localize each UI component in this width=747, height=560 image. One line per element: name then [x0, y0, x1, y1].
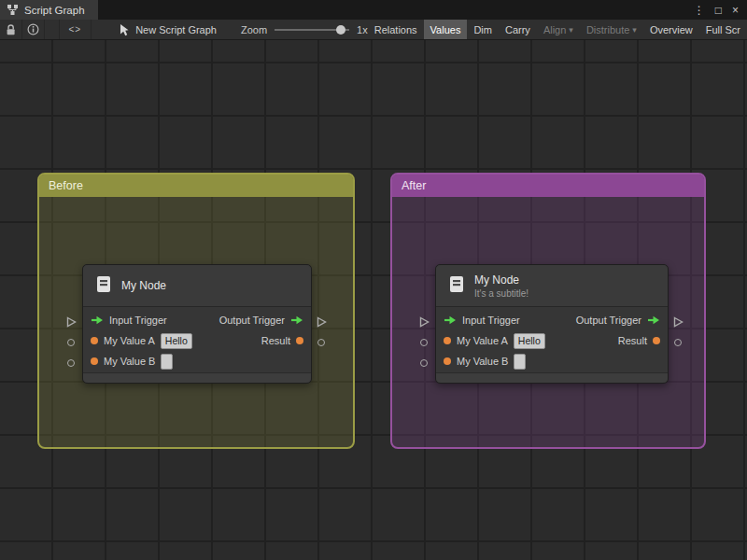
zoom-control: Zoom 1x — [241, 24, 368, 35]
node-body: Input Trigger Output Trigger My Value A … — [83, 307, 311, 372]
window-controls: ⋮ □ × — [694, 0, 747, 20]
dim-label: Dim — [473, 24, 492, 35]
external-value-port-icon[interactable] — [67, 359, 75, 367]
external-value-port-icon[interactable] — [67, 339, 75, 346]
flow-output-port[interactable] — [647, 315, 660, 325]
lock-icon — [5, 23, 17, 36]
zoom-slider-knob[interactable] — [336, 25, 345, 35]
dim-button[interactable]: Dim — [467, 20, 499, 39]
node-body: Input Trigger Output Trigger My Value A … — [436, 307, 668, 372]
external-value-port-icon[interactable] — [420, 359, 428, 367]
tab-title: Script Graph — [24, 5, 85, 16]
node-footer — [83, 372, 311, 383]
flow-output-port[interactable] — [290, 315, 303, 325]
unit-icon — [94, 274, 113, 298]
port-label: Output Trigger — [576, 315, 641, 326]
carry-label: Carry — [505, 24, 530, 35]
graph-name-label: New Script Graph — [135, 24, 217, 35]
port-label: My Value A — [457, 335, 508, 346]
node-title: My Node — [474, 273, 529, 287]
code-icon: <> — [69, 24, 82, 35]
external-value-port-icon[interactable] — [420, 339, 428, 346]
node-header[interactable]: My Node — [83, 265, 311, 307]
align-button[interactable]: Align ▾ — [537, 20, 580, 39]
port-label: Result — [618, 335, 647, 346]
chevron-down-icon: ▾ — [632, 25, 637, 35]
chevron-down-icon: ▾ — [569, 25, 573, 35]
overview-label: Overview — [650, 24, 693, 35]
external-value-port-icon[interactable] — [674, 339, 682, 346]
value-input-port[interactable] — [91, 337, 98, 344]
external-flow-port-icon[interactable] — [672, 316, 684, 328]
node-row-trigger: Input Trigger Output Trigger — [436, 310, 668, 330]
overview-button[interactable]: Overview — [643, 20, 699, 39]
external-flow-port-icon[interactable] — [418, 316, 430, 328]
close-icon[interactable]: × — [732, 5, 739, 16]
node-title: My Node — [121, 279, 166, 292]
carry-button[interactable]: Carry — [499, 20, 537, 39]
external-value-port-icon[interactable] — [317, 339, 325, 346]
external-flow-port-icon[interactable] — [316, 316, 327, 328]
group-after-label: After — [402, 179, 426, 192]
graph-canvas[interactable]: Before After My Node — [0, 40, 747, 560]
fullscreen-label: Full Scr — [706, 24, 740, 35]
value-input-port[interactable] — [444, 337, 451, 344]
fullscreen-button[interactable]: Full Scr — [699, 20, 747, 39]
node-row-value-b: My Value B — [83, 351, 311, 371]
node-my-node-before[interactable]: My Node Input Trigger Output Trigger — [82, 264, 312, 384]
toolbar-buttons: Relations Values Dim Carry Align ▾ Distr… — [368, 20, 747, 39]
value-output-port[interactable] — [296, 337, 303, 344]
node-row-value-b: My Value B — [436, 351, 668, 371]
zoom-value: 1x — [357, 24, 368, 35]
port-label: My Value B — [457, 356, 508, 367]
flow-input-port[interactable] — [444, 315, 457, 325]
node-header[interactable]: My Node It's a subtitle! — [436, 265, 668, 307]
value-a-field[interactable]: Hello — [161, 333, 192, 349]
align-label: Align — [543, 24, 566, 35]
relations-button[interactable]: Relations — [368, 20, 424, 39]
group-before-header[interactable]: Before — [39, 175, 353, 197]
group-after-header[interactable]: After — [392, 175, 704, 197]
graph-selector[interactable]: New Script Graph — [118, 23, 217, 36]
script-graph-window: Script Graph ⋮ □ × <> — [0, 0, 747, 560]
node-footer — [436, 372, 668, 383]
values-button[interactable]: Values — [424, 20, 468, 39]
tab-bar: Script Graph ⋮ □ × — [0, 0, 747, 20]
values-label: Values — [430, 24, 461, 35]
value-b-field[interactable] — [161, 354, 173, 370]
zoom-label: Zoom — [241, 24, 267, 35]
code-view-button[interactable]: <> — [60, 20, 92, 39]
value-input-port[interactable] — [444, 357, 451, 365]
relations-label: Relations — [374, 24, 417, 35]
info-button[interactable] — [22, 20, 45, 39]
port-label: Input Trigger — [462, 315, 520, 326]
value-a-field[interactable]: Hello — [514, 333, 545, 349]
node-row-value-a: My Value A Hello Result — [436, 330, 668, 351]
port-label: Output Trigger — [219, 315, 285, 326]
kebab-menu-icon[interactable]: ⋮ — [694, 5, 705, 16]
zoom-slider[interactable] — [275, 24, 349, 35]
group-before-label: Before — [49, 179, 83, 192]
flow-input-port[interactable] — [91, 315, 104, 325]
distribute-button[interactable]: Distribute ▾ — [580, 20, 643, 39]
tab-script-graph[interactable]: Script Graph — [0, 0, 98, 20]
value-b-field[interactable] — [514, 354, 526, 370]
value-output-port[interactable] — [653, 337, 660, 344]
node-my-node-after[interactable]: My Node It's a subtitle! Input Trigger O… — [435, 264, 669, 384]
port-label: My Value A — [104, 335, 155, 346]
graph-toolbar: <> New Script Graph Zoom 1x Relations Va… — [0, 20, 747, 40]
external-flow-port-icon[interactable] — [65, 316, 77, 328]
unit-icon — [447, 274, 466, 298]
node-row-trigger: Input Trigger Output Trigger — [83, 310, 311, 330]
maximize-icon[interactable]: □ — [715, 5, 722, 16]
port-label: Result — [261, 335, 290, 346]
value-input-port[interactable] — [91, 357, 98, 365]
script-graph-icon — [7, 4, 19, 16]
port-label: Input Trigger — [109, 315, 167, 326]
graph-pointer-icon — [118, 23, 130, 36]
node-subtitle: It's a subtitle! — [474, 288, 529, 299]
lock-button[interactable] — [0, 20, 22, 39]
info-icon — [27, 23, 39, 35]
distribute-label: Distribute — [586, 24, 629, 35]
port-label: My Value B — [104, 356, 155, 367]
